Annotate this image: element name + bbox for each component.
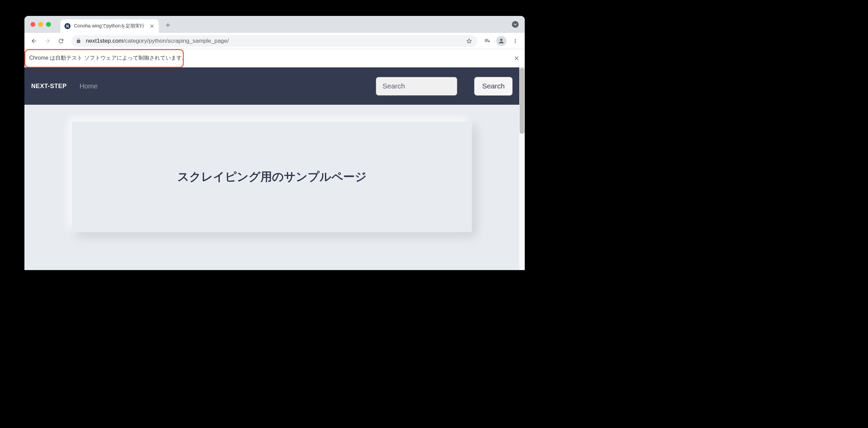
maximize-window-button[interactable] xyxy=(46,22,51,27)
scrollbar-thumb[interactable] xyxy=(520,68,524,134)
url-text: next1step.com/category/python/scraping_s… xyxy=(86,38,461,44)
browser-tab[interactable]: N Conoha wingでpythonを定期実行 xyxy=(60,19,159,33)
site-search-button[interactable]: Search xyxy=(474,77,513,96)
profile-avatar[interactable] xyxy=(496,36,506,46)
tab-title: Conoha wingでpythonを定期実行 xyxy=(74,23,146,29)
content-card: スクレイピング用のサンプルページ xyxy=(72,122,472,232)
infobar-close-button[interactable] xyxy=(513,55,520,62)
page-viewport: NEXT-STEP Home Search スクレイピング用のサンプルページ xyxy=(24,67,525,270)
infobar-text: Chrome は自動テスト ソフトウェアによって制御されています。 xyxy=(29,55,187,62)
tab-search-button[interactable] xyxy=(512,21,519,28)
site-navbar: NEXT-STEP Home Search xyxy=(24,67,519,105)
browser-menu-button[interactable] xyxy=(509,35,521,47)
forward-button[interactable] xyxy=(41,35,54,47)
reload-button[interactable] xyxy=(55,35,67,47)
tab-bar: N Conoha wingでpythonを定期実行 xyxy=(24,16,525,33)
site-search-input[interactable] xyxy=(376,77,457,96)
tab-favicon: N xyxy=(64,23,71,29)
automation-infobar: Chrome は自動テスト ソフトウェアによって制御されています。 xyxy=(24,49,525,67)
new-tab-button[interactable] xyxy=(163,20,173,30)
url-domain: next1step.com xyxy=(86,38,123,44)
page-heading: スクレイピング用のサンプルページ xyxy=(85,169,458,185)
back-button[interactable] xyxy=(28,35,40,47)
page-content: NEXT-STEP Home Search スクレイピング用のサンプルページ xyxy=(24,67,519,270)
close-window-button[interactable] xyxy=(31,22,35,27)
site-brand[interactable]: NEXT-STEP xyxy=(31,83,67,90)
bookmark-star-icon[interactable] xyxy=(466,38,472,44)
url-path: /category/python/scraping_sample_page/ xyxy=(123,38,229,44)
browser-window: N Conoha wingでpythonを定期実行 xyxy=(24,16,525,270)
minimize-window-button[interactable] xyxy=(38,22,43,27)
address-bar[interactable]: next1step.com/category/python/scraping_s… xyxy=(71,35,477,47)
tab-close-button[interactable] xyxy=(149,23,155,29)
lock-icon xyxy=(76,38,81,43)
window-controls xyxy=(31,22,51,27)
address-bar-row: next1step.com/category/python/scraping_s… xyxy=(24,33,525,49)
page-scrollbar[interactable] xyxy=(519,67,525,270)
reading-list-icon[interactable] xyxy=(481,35,494,47)
nav-home-link[interactable]: Home xyxy=(80,82,98,90)
